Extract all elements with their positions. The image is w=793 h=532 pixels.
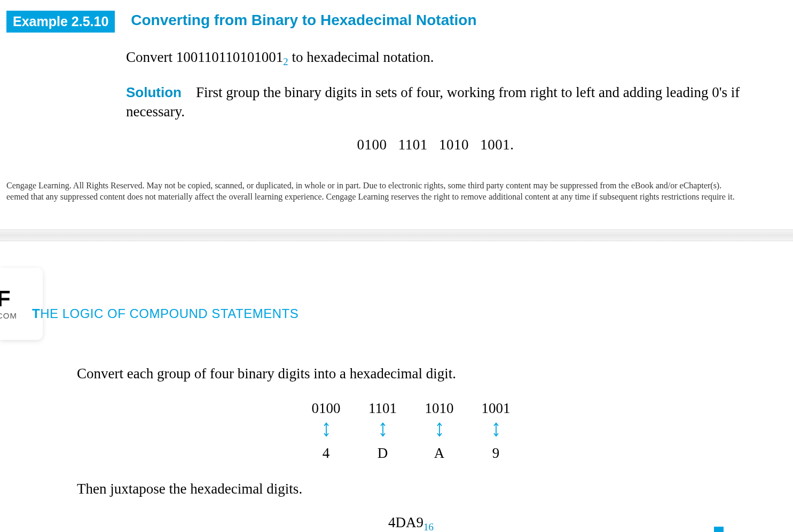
copyright-line-1: Cengage Learning. All Rights Reserved. M…: [6, 180, 745, 192]
final-result: 4DA916: [77, 513, 745, 532]
table-row: [307, 421, 515, 441]
end-of-proof-square-icon: [714, 527, 724, 532]
example-title: Converting from Binary to Hexadecimal No…: [131, 12, 476, 29]
problem-prefix: Convert: [126, 49, 176, 65]
chapter-head-rest: HE LOGIC OF COMPOUND STATEMENTS: [40, 306, 299, 321]
hex-digit-cell: 9: [477, 443, 515, 463]
hex-digit-cell: A: [420, 443, 459, 463]
copyright-notice: Cengage Learning. All Rights Reserved. M…: [6, 153, 745, 208]
double-arrow-icon: [307, 421, 346, 441]
grouped-binary-line: 0100 1101 1010 1001.: [126, 137, 745, 153]
hex-digit-cell: 4: [307, 443, 346, 463]
example-body: Convert 1001101101010012 to hexadecimal …: [126, 47, 745, 153]
binary-group-cell: 1001: [477, 398, 515, 418]
double-arrow-icon: [477, 421, 515, 441]
textbook-page: Example 2.5.10 Converting from Binary to…: [0, 0, 793, 532]
binary-to-hex-table: 0100 1101 1010 1001: [289, 396, 533, 465]
hex-digit-cell: D: [364, 443, 402, 463]
watermark-small-text: COM: [0, 311, 17, 320]
table-row: 0100 1101 1010 1001: [307, 398, 515, 418]
solution-label: Solution: [126, 84, 182, 100]
juxtapose-instruction: Then juxtapose the hexadecimal digits.: [77, 479, 745, 498]
example-block: Example 2.5.10 Converting from Binary to…: [0, 0, 793, 229]
subscript-16: 16: [423, 521, 434, 532]
example-badge: Example 2.5.10: [6, 11, 115, 33]
page-break: [0, 229, 793, 241]
copyright-line-2: eemed that any suppressed content does n…: [6, 191, 745, 203]
binary-group-cell: 0100: [307, 398, 346, 418]
binary-group-cell: 1010: [420, 398, 459, 418]
problem-binary-value: 100110110101001: [176, 49, 284, 65]
example-header-row: Example 2.5.10 Converting from Binary to…: [6, 11, 745, 33]
convert-instruction: Convert each group of four binary digits…: [77, 364, 745, 383]
double-arrow-icon: [420, 421, 459, 441]
double-arrow-icon: [364, 421, 402, 441]
problem-statement: Convert 1001101101010012 to hexadecimal …: [126, 47, 745, 69]
table-row: 4 D A 9: [307, 443, 515, 463]
solution-text: First group the binary digits in sets of…: [126, 84, 740, 120]
binary-group-cell: 1101: [364, 398, 402, 418]
solution-paragraph: Solution First group the binary digits i…: [126, 83, 745, 122]
chapter-running-head: THE LOGIC OF COMPOUND STATEMENTS: [32, 306, 299, 321]
chapter-head-first-letter: T: [32, 306, 40, 321]
second-page-body: Convert each group of four binary digits…: [77, 364, 745, 532]
second-page-block: F COM THE LOGIC OF COMPOUND STATEMENTS C…: [0, 241, 793, 532]
watermark-big-letter: F: [0, 288, 11, 310]
problem-suffix: to hexadecimal notation.: [288, 49, 434, 65]
subscript-2: 2: [283, 56, 288, 67]
result-value: 4DA9: [388, 514, 423, 530]
watermark-badge: F COM: [0, 268, 43, 340]
